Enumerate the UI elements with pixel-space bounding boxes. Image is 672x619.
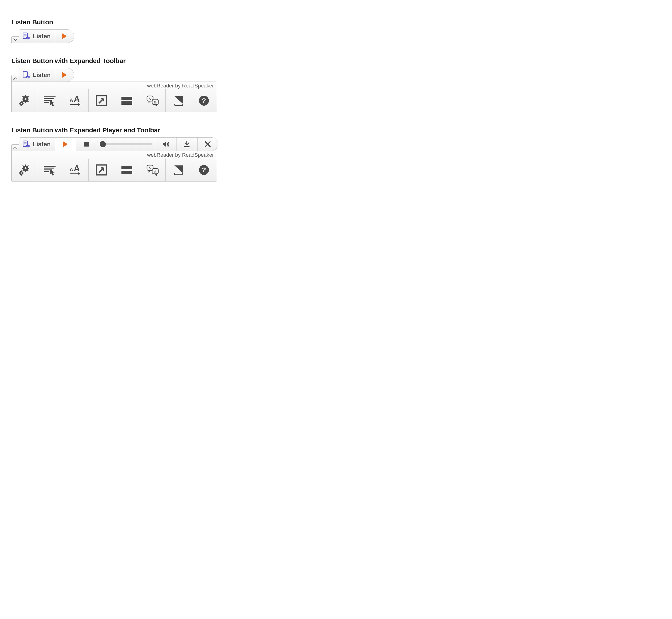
svg-rect-52 [28, 168, 29, 169]
svg-text:A: A [69, 97, 73, 103]
svg-text:A: A [149, 97, 151, 100]
play-button[interactable] [55, 68, 74, 81]
settings-button[interactable] [12, 158, 37, 181]
play-button[interactable] [55, 29, 74, 43]
svg-text:A: A [69, 166, 73, 173]
listen-pill: Listen [19, 29, 74, 43]
help-icon: ? [199, 95, 209, 106]
svg-rect-60 [21, 175, 21, 176]
seek-slider[interactable] [97, 138, 156, 151]
seek-thumb[interactable] [100, 141, 106, 147]
help-button[interactable]: ? [191, 89, 217, 112]
play-button[interactable] [55, 138, 76, 151]
svg-rect-12 [22, 98, 23, 99]
expand-toolbar-toggle[interactable] [11, 37, 19, 43]
listen-button[interactable]: Listen [19, 29, 55, 43]
listen-widget-collapsed: Listen [11, 29, 661, 43]
listen-widget-player-expanded: Listen [11, 137, 661, 151]
svg-rect-32 [122, 97, 132, 100]
svg-text:A: A [149, 166, 151, 170]
dictionary-button[interactable] [165, 158, 191, 181]
click-and-listen-button[interactable] [37, 89, 63, 112]
play-icon [62, 33, 67, 39]
stop-button[interactable] [76, 138, 97, 151]
toolbar-brand-label: webReader by ReadSpeaker [12, 151, 217, 158]
svg-rect-61 [19, 173, 20, 174]
player-pill: Listen [19, 137, 218, 151]
book-icon [172, 164, 184, 176]
svg-rect-20 [21, 101, 21, 102]
readspeaker-logo-icon [23, 140, 30, 148]
listen-label: Listen [32, 141, 51, 148]
listen-button[interactable]: Listen [19, 68, 55, 81]
popup-icon [95, 95, 107, 107]
svg-rect-77 [175, 173, 182, 175]
svg-rect-21 [21, 105, 21, 107]
toolbar-panel: webReader by ReadSpeaker [11, 81, 217, 112]
enlarge-text-button[interactable]: A A [63, 158, 88, 181]
enlarge-text-button[interactable]: A A [63, 89, 88, 112]
svg-point-9 [24, 98, 26, 100]
text-mode-button[interactable] [88, 158, 114, 181]
svg-point-48 [24, 167, 26, 169]
section-title-player: Listen Button with Expanded Player and T… [11, 127, 661, 134]
listen-button[interactable]: Listen [19, 138, 55, 151]
svg-text:?: ? [202, 97, 206, 105]
play-icon [63, 141, 68, 147]
collapse-toolbar-toggle[interactable] [11, 144, 19, 151]
collapse-toolbar-toggle[interactable] [11, 75, 19, 82]
settings-button[interactable] [12, 89, 37, 112]
svg-rect-22 [19, 104, 20, 104]
translate-button[interactable]: A あ [140, 158, 165, 181]
translate-icon: A あ [146, 95, 159, 107]
svg-rect-46 [184, 146, 190, 147]
svg-rect-10 [25, 95, 26, 97]
svg-rect-38 [175, 104, 182, 105]
svg-rect-13 [28, 98, 29, 99]
svg-point-19 [20, 103, 22, 105]
toolbar-icons: A A [12, 89, 217, 112]
dictionary-button[interactable] [165, 89, 191, 112]
seek-track [100, 143, 152, 145]
chevron-down-icon [13, 39, 17, 41]
readspeaker-logo-icon [23, 32, 30, 40]
svg-rect-72 [122, 170, 132, 174]
readspeaker-logo-icon [23, 71, 30, 79]
section-title-toolbar: Listen Button with Expanded Toolbar [11, 57, 661, 65]
page-mask-button[interactable] [114, 158, 140, 181]
svg-rect-62 [23, 173, 24, 174]
click-and-listen-button[interactable] [37, 158, 63, 181]
svg-rect-23 [23, 104, 24, 104]
close-player-button[interactable] [197, 138, 218, 151]
volume-button[interactable] [156, 138, 176, 151]
chevron-up-icon [13, 77, 17, 80]
stop-icon [84, 142, 89, 147]
svg-rect-50 [25, 170, 26, 172]
download-button[interactable] [176, 138, 197, 151]
svg-rect-59 [21, 170, 21, 171]
text-size-icon: A A [69, 164, 83, 176]
gear-icon [18, 164, 31, 176]
text-mode-button[interactable] [88, 89, 114, 112]
listen-label: Listen [32, 71, 51, 79]
text-cursor-icon [43, 95, 57, 107]
book-icon [172, 95, 184, 106]
translate-icon: A あ [146, 164, 159, 176]
volume-icon [162, 141, 170, 148]
gear-icon [18, 95, 31, 107]
chevron-up-icon [13, 146, 17, 149]
svg-rect-11 [25, 101, 26, 103]
toolbar-icons: A A [12, 158, 217, 181]
page-mask-button[interactable] [114, 89, 140, 112]
listen-pill: Listen [19, 68, 74, 82]
svg-rect-71 [122, 166, 132, 169]
listen-widget-expanded: Listen [11, 68, 661, 82]
help-icon: ? [199, 164, 209, 176]
text-cursor-icon [43, 164, 57, 176]
svg-rect-51 [22, 168, 23, 169]
translate-button[interactable]: A あ [140, 89, 165, 112]
svg-text:あ: あ [154, 100, 157, 104]
svg-text:A: A [74, 164, 80, 173]
help-button[interactable]: ? [191, 158, 217, 181]
svg-text:A: A [74, 94, 80, 104]
